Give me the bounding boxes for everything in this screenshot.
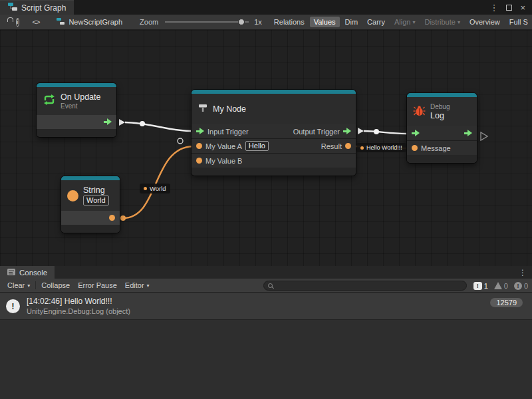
port-label: My Value A: [205, 142, 242, 150]
zoom-slider-handle[interactable]: [238, 19, 245, 25]
chevron-down-icon: ▾: [27, 283, 30, 289]
info-log-icon: [473, 282, 482, 290]
distribute-label: Distribute: [424, 18, 455, 26]
close-icon[interactable]: ×: [520, 3, 525, 13]
clear-button[interactable]: Clear ▾: [3, 280, 34, 291]
trigger-in-icon: [196, 128, 204, 135]
value-port-icon: [412, 145, 418, 151]
port-trigger-in[interactable]: [412, 130, 420, 137]
node-my-node[interactable]: My Node Input Trigger Output Trigger: [192, 90, 356, 176]
node-debug-log[interactable]: Debug Log Message: [407, 93, 477, 163]
node-footer: [37, 129, 116, 137]
fullscreen-button[interactable]: Full S: [505, 17, 532, 27]
align-label: Align: [394, 18, 410, 26]
error-pause-button[interactable]: Error Pause: [74, 280, 121, 291]
unity-window: Script Graph ⋮ × <> NewScriptGraph Zoom …: [0, 0, 532, 399]
node-on-update[interactable]: On Update Event: [37, 83, 116, 137]
warning-count-toggle[interactable]: 0: [494, 282, 508, 290]
port-label: My Value B: [205, 157, 242, 165]
error-count: 0: [524, 282, 528, 290]
relations-button[interactable]: Relations: [270, 17, 309, 27]
trigger-in-icon: [412, 130, 420, 137]
console-tab-strip: Console ⋮: [0, 266, 532, 279]
port-string-out[interactable]: [109, 215, 115, 221]
error-icon: [514, 282, 522, 290]
trigger-out-icon: [464, 130, 472, 137]
graph-canvas[interactable]: On Update Event: [0, 30, 532, 266]
info-icon[interactable]: [16, 18, 19, 27]
chevron-down-icon: ▾: [412, 19, 415, 25]
value-dot-icon: [144, 187, 147, 190]
node-footer: [192, 168, 356, 176]
my-value-a-field[interactable]: Hello: [245, 141, 269, 151]
values-button[interactable]: Values: [310, 17, 340, 27]
port-my-value-a[interactable]: My Value A Hello: [196, 141, 269, 151]
search-input[interactable]: [276, 282, 462, 289]
port-input-trigger[interactable]: Input Trigger: [196, 128, 249, 136]
console-counters: 1 0 0: [473, 279, 528, 293]
tab-console[interactable]: Console: [0, 266, 55, 279]
search-icon: [268, 283, 273, 288]
error-count-toggle[interactable]: 0: [514, 282, 528, 290]
on-update-event-icon: [43, 94, 56, 108]
zoom-control: Zoom 1x: [140, 18, 262, 26]
port-label: Input Trigger: [207, 128, 249, 136]
trigger-out-icon: [343, 128, 351, 135]
chevron-down-icon: ▾: [147, 283, 150, 289]
console-search[interactable]: [263, 281, 467, 291]
console-panel: Console ⋮ Clear ▾ Collapse Error Pause E…: [0, 266, 532, 399]
script-graph-icon: [8, 3, 17, 13]
log-entry[interactable]: [14:02:46] Hello World!!! UnityEngine.De…: [0, 293, 532, 320]
window-tab-bar: Script Graph ⋮ ×: [0, 0, 532, 15]
window-controls: ⋮ ×: [489, 0, 532, 15]
zoom-label: Zoom: [140, 18, 158, 26]
port-trigger-out[interactable]: [464, 130, 472, 137]
graph-toolbar-buttons: Relations Values Dim Carry Align ▾ Distr…: [270, 17, 532, 27]
value-bubble-text: Hello World!!!: [366, 144, 402, 151]
dim-button[interactable]: Dim: [341, 17, 362, 27]
align-button[interactable]: Align ▾: [390, 17, 419, 27]
tab-title: Script Graph: [21, 3, 66, 13]
node-title: On Update: [61, 92, 100, 102]
overview-button[interactable]: Overview: [466, 17, 504, 27]
port-label: Output Trigger: [293, 128, 340, 136]
console-icon: [7, 269, 15, 277]
editor-label: Editor: [125, 281, 144, 289]
port-result[interactable]: Result: [321, 142, 351, 150]
menu-icon[interactable]: ⋮: [489, 3, 498, 13]
port-message[interactable]: Message: [412, 144, 451, 152]
distribute-button[interactable]: Distribute ▾: [420, 17, 464, 27]
port-label: Result: [321, 142, 342, 150]
log-message: [14:02:46] Hello World!!!: [27, 297, 130, 306]
zoom-value: 1x: [254, 18, 262, 26]
info-count: 1: [484, 282, 488, 290]
zoom-slider[interactable]: [165, 21, 249, 23]
code-icon[interactable]: <>: [33, 18, 40, 26]
collapse-count-badge: 12579: [490, 298, 523, 307]
warning-count: 0: [504, 282, 508, 290]
graph-name-chip[interactable]: NewScriptGraph: [57, 18, 122, 27]
editor-button[interactable]: Editor ▾: [121, 280, 154, 291]
maximize-icon[interactable]: [506, 5, 512, 11]
value-bubble-hello-world: Hello World!!!: [356, 143, 406, 152]
collapse-button[interactable]: Collapse: [37, 280, 74, 291]
string-value-field[interactable]: World: [83, 196, 109, 205]
tab-script-graph[interactable]: Script Graph: [0, 0, 74, 15]
node-title: My Node: [213, 104, 246, 114]
clear-label: Clear: [7, 281, 25, 289]
port-label: Message: [421, 144, 451, 152]
chevron-down-icon: ▾: [458, 19, 460, 25]
port-output-trigger[interactable]: Output Trigger: [293, 128, 351, 136]
trigger-out-icon: [104, 118, 112, 126]
node-footer: [61, 225, 120, 233]
info-count-toggle[interactable]: 1: [473, 282, 488, 290]
value-port-icon: [109, 215, 115, 221]
log-info-icon: [6, 299, 20, 313]
port-my-value-b[interactable]: My Value B: [196, 157, 242, 165]
menu-icon[interactable]: ⋮: [519, 268, 527, 277]
node-string[interactable]: String World: [61, 176, 120, 233]
port-trigger-out[interactable]: [104, 118, 112, 126]
carry-button[interactable]: Carry: [363, 17, 389, 27]
toolbar-separator: [35, 281, 36, 289]
value-port-icon: [345, 143, 351, 149]
